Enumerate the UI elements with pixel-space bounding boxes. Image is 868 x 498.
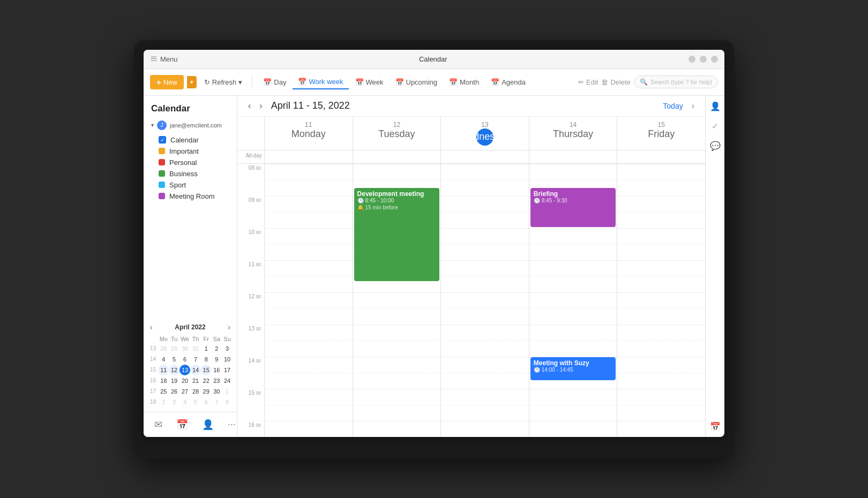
cell-fri-1400[interactable]: [617, 357, 705, 373]
cell-thu-1300[interactable]: [529, 325, 617, 341]
allday-cell-tue[interactable]: [353, 150, 441, 163]
event-meeting-suzy[interactable]: Meeting with Suzy 🕐 14:00 - 14:45: [530, 357, 616, 381]
cell-tue-1330[interactable]: [353, 341, 441, 357]
cell-wed-1230[interactable]: [440, 308, 529, 325]
allday-cell-fri[interactable]: [617, 150, 705, 163]
cell-thu-1030[interactable]: [529, 244, 617, 260]
cell-thu-0830[interactable]: Briefing 🕐 8:45 - 9:30: [529, 180, 617, 196]
cell-wed-0830[interactable]: [440, 180, 529, 196]
cell-thu-1130[interactable]: [529, 276, 617, 292]
cell-mon-1600[interactable]: [264, 421, 353, 437]
cell-tue-0800[interactable]: [353, 164, 441, 180]
sidebar-account[interactable]: ▾ J jane@emclient.com: [144, 118, 237, 132]
cell-mon-1200[interactable]: [264, 292, 353, 308]
cell-thu-1000[interactable]: [529, 228, 617, 244]
cell-fri-0930[interactable]: [617, 212, 705, 228]
calendar-checkbox[interactable]: ✓: [159, 136, 166, 144]
allday-cell-wed[interactable]: [440, 150, 529, 163]
cell-fri-0830[interactable]: [617, 180, 705, 196]
tab-week[interactable]: 📅 Week: [350, 76, 389, 89]
mini-cal-prev[interactable]: ‹: [150, 323, 153, 331]
cell-mon-1030[interactable]: [264, 244, 353, 260]
cell-thu-1400[interactable]: Meeting with Suzy 🕐 14:00 - 14:45: [529, 357, 617, 373]
cell-mon-0930[interactable]: [264, 212, 353, 228]
tab-day[interactable]: 📅 Day: [258, 76, 291, 89]
cell-thu-0800[interactable]: [529, 164, 617, 180]
sidebar-item-important[interactable]: Important: [144, 146, 237, 157]
search-box[interactable]: 🔍 Search (type ? for help): [634, 76, 718, 88]
cell-mon-0830[interactable]: [264, 180, 353, 196]
contacts-icon[interactable]: 👤: [710, 101, 721, 111]
mini-cal-next[interactable]: ›: [228, 323, 230, 331]
cell-wed-1200[interactable]: [440, 292, 529, 308]
cell-wed-1430[interactable]: [440, 373, 529, 389]
cell-tue-1230[interactable]: [353, 308, 441, 325]
cell-tue-1400[interactable]: [353, 357, 441, 373]
cell-mon-1100[interactable]: [264, 260, 353, 276]
sidebar-collapse-button[interactable]: ›: [689, 100, 698, 112]
cell-tue-1500[interactable]: [353, 389, 441, 405]
new-dropdown-button[interactable]: ▾: [187, 76, 197, 88]
cell-wed-1500[interactable]: [440, 389, 529, 405]
cell-mon-1300[interactable]: [264, 325, 353, 341]
cell-wed-1100[interactable]: [440, 260, 529, 276]
refresh-button[interactable]: ↻ Refresh ▾: [200, 76, 247, 88]
cell-wed-1530[interactable]: [440, 405, 529, 421]
cell-wed-0900[interactable]: [440, 196, 529, 212]
cell-thu-1600[interactable]: [529, 421, 617, 437]
tab-month[interactable]: 📅 Month: [444, 76, 484, 89]
cell-fri-1430[interactable]: [617, 373, 705, 389]
edit-button[interactable]: ✏ Edit: [578, 78, 598, 86]
cell-tue-0830[interactable]: Development meeting 🕐 8:45 - 10:00 🔔 15 …: [353, 180, 441, 196]
cell-wed-1030[interactable]: [440, 244, 529, 260]
cell-fri-1000[interactable]: [617, 228, 705, 244]
cell-tue-1600[interactable]: [353, 421, 441, 437]
cell-wed-1330[interactable]: [440, 341, 529, 357]
nav-mail[interactable]: ✉: [150, 417, 167, 433]
tab-upcoming[interactable]: 📅 Upcoming: [390, 76, 443, 89]
cell-fri-1130[interactable]: [617, 276, 705, 292]
cell-thu-1100[interactable]: [529, 260, 617, 276]
cell-wed-0800[interactable]: [440, 164, 529, 180]
new-button[interactable]: + New: [150, 75, 184, 89]
event-briefing[interactable]: Briefing 🕐 8:45 - 9:30: [530, 188, 616, 227]
cell-fri-0800[interactable]: [617, 164, 705, 180]
next-period-button[interactable]: ›: [256, 100, 265, 112]
cell-thu-1230[interactable]: [529, 308, 617, 325]
cell-tue-1530[interactable]: [353, 405, 441, 421]
cell-mon-1500[interactable]: [264, 389, 353, 405]
minimize-button[interactable]: [689, 56, 695, 63]
cell-mon-1530[interactable]: [264, 405, 353, 421]
cell-mon-0800[interactable]: [264, 164, 353, 180]
menu-label[interactable]: Menu: [150, 55, 178, 63]
cell-fri-1300[interactable]: [617, 325, 705, 341]
cell-mon-1330[interactable]: [264, 341, 353, 357]
cell-mon-1230[interactable]: [264, 308, 353, 325]
cell-fri-1200[interactable]: [617, 292, 705, 308]
nav-contacts[interactable]: 👤: [198, 417, 218, 433]
chat-icon[interactable]: 💬: [710, 141, 721, 151]
cell-mon-1400[interactable]: [264, 357, 353, 373]
sidebar-item-personal[interactable]: Personal: [144, 157, 237, 168]
sidebar-item-business[interactable]: Business: [144, 168, 237, 179]
cell-wed-1600[interactable]: [440, 421, 529, 437]
tasks-icon[interactable]: ✓: [712, 121, 719, 131]
cell-mon-1430[interactable]: [264, 373, 353, 389]
calendar-icon-right[interactable]: 📅: [710, 421, 721, 432]
cell-thu-1330[interactable]: [529, 341, 617, 357]
cell-tue-1430[interactable]: [353, 373, 441, 389]
allday-cell-thu[interactable]: [529, 150, 617, 163]
cell-tue-1200[interactable]: [353, 292, 441, 308]
cell-mon-1130[interactable]: [264, 276, 353, 292]
sidebar-item-sport[interactable]: Sport: [144, 179, 237, 191]
tab-workweek[interactable]: 📅 Work week: [293, 75, 348, 89]
cell-thu-1200[interactable]: [529, 292, 617, 308]
cell-mon-0900[interactable]: [264, 196, 353, 212]
cell-mon-1000[interactable]: [264, 228, 353, 244]
cell-fri-1030[interactable]: [617, 244, 705, 260]
cell-fri-1500[interactable]: [617, 389, 705, 405]
event-development-meeting[interactable]: Development meeting 🕐 8:45 - 10:00 🔔 15 …: [354, 188, 440, 281]
maximize-button[interactable]: [700, 56, 707, 63]
cell-thu-1500[interactable]: [529, 389, 617, 405]
cell-wed-1130[interactable]: [440, 276, 529, 292]
